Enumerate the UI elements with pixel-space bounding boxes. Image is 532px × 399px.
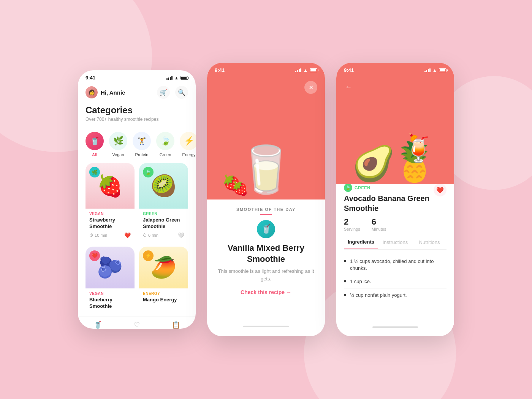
filter-green[interactable]: 🍃 Green (156, 132, 174, 157)
nav-favorites[interactable]: ♡ Favorites (117, 321, 156, 329)
filter-all-icon: 🥤 (86, 132, 104, 150)
recipe-card-blueberry[interactable]: ❤️ 🫐 VEGAN Blueberry Smoothie (86, 247, 135, 314)
recipe-hero: 9:41 ▲ (336, 63, 454, 184)
minutes-stat: 6 Minutes (372, 217, 386, 231)
card4-image: ⚡ 🥭 (139, 247, 188, 288)
signal-bar-3 (170, 77, 171, 80)
signal-icon-2 (295, 68, 302, 72)
hero-illustration: 🍓 🍓 🥛 (207, 146, 325, 200)
sotd-name: Vanilla Mixed Berry Smoothie (215, 243, 317, 264)
card3-name: Blueberry Smoothie (89, 297, 131, 310)
sotd-divider (260, 214, 272, 215)
minutes-label: Minutes (372, 227, 386, 231)
tab-instructions[interactable]: Instructions (378, 237, 412, 249)
sb4 (300, 68, 301, 72)
back-button[interactable]: ← (342, 81, 355, 93)
card1-favorite-button[interactable]: ❤️ (124, 232, 131, 238)
sotd-badge-icon: 🥤 (261, 224, 271, 234)
battery-fill (181, 77, 187, 79)
battery-icon-3 (439, 68, 446, 72)
ingredient-dot-3 (344, 294, 346, 296)
card1-name: Strawberry Smoothie (89, 217, 131, 230)
filter-vegan[interactable]: 🌿 Vegan (109, 132, 127, 157)
card2-image: 🍃 🥝 (139, 163, 188, 209)
status-icons-3: ▲ (424, 68, 446, 73)
categories-subtitle: Over 700+ healthy smoothie recipes (86, 117, 188, 122)
filter-vegan-label: Vegan (112, 152, 124, 157)
sotd-description: This smoothie is as light and refreshing… (215, 268, 317, 282)
strawberry-right: 🍓 (232, 181, 249, 196)
filter-all-label: All (92, 152, 97, 157)
battery-icon-2 (310, 68, 317, 72)
card2-favorite-button[interactable]: 🤍 (178, 232, 184, 238)
card2-info: GREEN Jalapeno Green Smoothie ⏱ 6 min 🤍 (139, 209, 188, 242)
status-time-1: 9:41 (86, 75, 95, 81)
filter-protein[interactable]: 🏋️ Protein (133, 132, 151, 157)
greeting-text: Hi, Annie (101, 89, 125, 96)
recipe-category-badge: 🍃 (344, 184, 352, 192)
recipe-category-label: GREEN (355, 185, 370, 190)
tab-nutritions[interactable]: Nutritions (412, 237, 446, 249)
filter-protein-label: Protein (135, 152, 149, 157)
sotd-badge: 🥤 (257, 220, 275, 238)
check-recipe-label: Check this recipe → (241, 289, 291, 295)
avocado-emoji: 🥑 (352, 146, 395, 180)
status-icons-2: ▲ (295, 68, 317, 73)
status-bar-2-inner: 9:41 ▲ (207, 63, 325, 75)
card4-category: ENERGY (143, 291, 184, 296)
search-button[interactable]: 🔍 (175, 86, 188, 99)
ingredient-dot-2 (344, 280, 346, 282)
card1-emoji: 🍓 (97, 174, 123, 198)
recipe-title-section: 🍃 GREEN Avocado Banana Green Smoothie (344, 184, 434, 213)
home-header: 👩 Hi, Annie 🛒 🔍 (78, 83, 196, 103)
recipe-card-strawberry[interactable]: 🌿 🍓 VEGAN Strawberry Smoothie ⏱ 10 min ❤… (86, 163, 135, 242)
sb2-3 (426, 70, 427, 72)
card4-info: ENERGY Mango Energy (139, 288, 188, 307)
card1-category: VEGAN (89, 212, 131, 216)
recipe-header: 🍃 GREEN Avocado Banana Green Smoothie ❤️ (344, 184, 446, 213)
status-bar-2: 9:41 ▲ (207, 63, 325, 75)
card3-emoji: 🫐 (97, 255, 123, 280)
ingredient-dot-1 (344, 260, 346, 262)
status-icons-1: ▲ (166, 76, 188, 80)
filter-green-icon: 🍃 (156, 132, 174, 150)
servings-stat: 2 Servings (344, 217, 360, 231)
card3-info: VEGAN Blueberry Smoothie (86, 288, 135, 314)
battery-fill-3 (440, 69, 445, 71)
card3-image: ❤️ 🫐 (86, 247, 135, 288)
recipe-cards-grid: 🌿 🍓 VEGAN Strawberry Smoothie ⏱ 10 min ❤… (78, 160, 196, 317)
user-avatar[interactable]: 👩 (86, 86, 98, 98)
minutes-value: 6 (372, 217, 386, 227)
phone-recipe-detail: 9:41 ▲ (336, 63, 454, 336)
servings-label: Servings (344, 227, 360, 231)
recipe-tabs: Ingredients Instructions Nutritions (344, 237, 446, 250)
signal-bar-2 (168, 78, 169, 80)
ingredients-list: 1 ½ cups avocado, chilled and cut into c… (344, 255, 446, 323)
recipe-favorite-button[interactable]: ❤️ (434, 184, 446, 196)
check-recipe-button[interactable]: Check this recipe → (241, 289, 291, 295)
recipe-card-jalapeno[interactable]: 🍃 🥝 GREEN Jalapeno Green Smoothie ⏱ 6 mi… (139, 163, 188, 242)
ingredient-text-3: ½ cup nonfat plain yogurt. (350, 292, 407, 299)
card2-name: Jalapeno Green Smoothie (143, 217, 184, 230)
sotd-label: SMOOTHIE OF THE DAY (236, 207, 296, 212)
servings-value: 2 (344, 217, 360, 227)
categories-section: Categories Over 700+ healthy smoothie re… (78, 103, 196, 127)
filter-energy[interactable]: ⚡ Energy (180, 132, 196, 157)
nav-daily[interactable]: 📋 Daily (157, 321, 196, 329)
ingredient-item-3: ½ cup nonfat plain yogurt. (344, 289, 446, 302)
sb1-3 (424, 71, 426, 72)
tab-ingredients[interactable]: Ingredients (344, 237, 378, 249)
recipe-card-mango[interactable]: ⚡ 🥭 ENERGY Mango Energy (139, 247, 188, 314)
phone-sotd: 9:41 ▲ (207, 63, 325, 336)
card1-info: VEGAN Strawberry Smoothie ⏱ 10 min ❤️ (86, 209, 135, 242)
battery-fill-2 (310, 69, 316, 71)
close-button[interactable]: ✕ (304, 81, 317, 94)
phone-home: 9:41 ▲ 👩 Hi (78, 70, 196, 329)
status-time-2: 9:41 (215, 67, 225, 73)
nav-smoothies[interactable]: 🥤 Smoothies (78, 321, 117, 329)
card3-badge: ❤️ (89, 250, 100, 261)
filter-all[interactable]: 🥤 All (86, 132, 104, 157)
sotd-hero: 9:41 ▲ (207, 63, 325, 200)
filter-energy-label: Energy (182, 152, 196, 157)
basket-button[interactable]: 🛒 (157, 86, 170, 99)
